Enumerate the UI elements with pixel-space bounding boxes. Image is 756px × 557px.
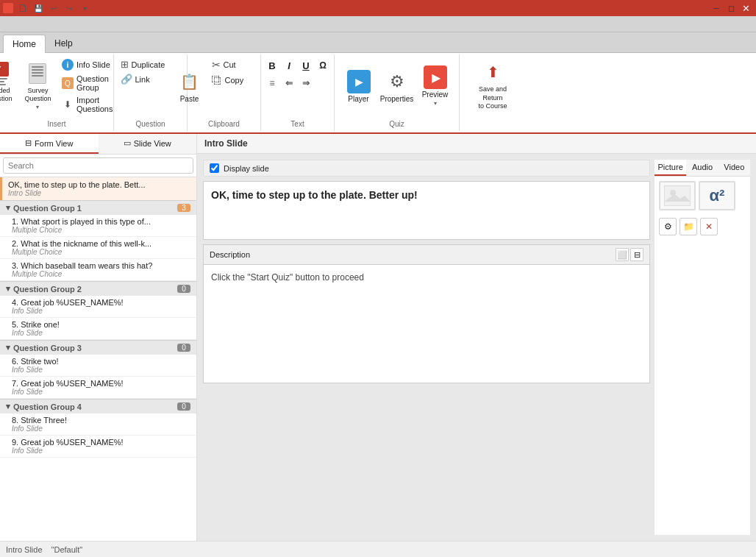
q9-title: 9. Great job %USER_NAME%! [12,438,190,447]
player-icon [347,70,371,93]
sidebar-question-3[interactable]: 3. Which baseball team wears this hat? M… [0,259,196,281]
formula-thumb[interactable]: α² [699,181,735,210]
ribbon-tabs: Home Help [0,32,756,53]
description-label: Description [210,250,250,259]
question-group-icon: Q [62,77,74,89]
paste-btn[interactable]: Paste [174,57,206,115]
save-return-icon: ⬆ [481,61,504,84]
desc-expand-btn[interactable]: ⬜ [616,248,629,261]
player-btn[interactable]: Player [340,57,377,115]
q2-title: 2. What is the nickname of this well-k..… [12,239,190,248]
sidebar-question-9[interactable]: 9. Great job %USER_NAME%! Info Slide [0,436,196,458]
survey-dropdown-icon: ▾ [36,104,39,110]
indent-btn[interactable]: ⇒ [298,75,314,91]
group-1-label-row: ▾ Question Group 1 [6,203,82,213]
italic-btn[interactable]: I [281,57,297,74]
main-header: Intro Slide [197,134,756,154]
sidebar-question-8[interactable]: 8. Strike Three! Info Slide [0,414,196,436]
q6-type: Info Slide [12,366,190,374]
q5-type: Info Slide [12,329,190,337]
tab-form-view[interactable]: ⊟ Form View [0,134,99,154]
sidebar-question-4[interactable]: 4. Great job %USER_NAME%! Info Slide [0,296,196,318]
ribbon: ✓ Graded Question ▾ [0,53,756,134]
group-4-name: Question Group 4 [13,402,82,411]
link-icon: 🔗 [121,74,132,85]
main-area: Intro Slide Display slide OK, time to st… [197,134,756,541]
restore-btn[interactable]: ◻ [724,0,738,16]
group-2-label-row: ▾ Question Group 2 [6,284,82,294]
display-slide-checkbox[interactable] [210,163,219,173]
q8-type: Info Slide [12,425,190,433]
preview-btn[interactable]: Preview ▾ [417,57,454,115]
description-text: Click the "Start Quiz" button to proceed [211,272,364,283]
alpha-symbol: α² [710,186,725,205]
quick-undo-btn[interactable]: ↩ [47,1,60,15]
svg-rect-0 [664,185,691,206]
sidebar-question-2[interactable]: 2. What is the nickname of this well-k..… [0,237,196,259]
slide-text: OK, time to step up to the plate. Better… [211,189,418,201]
underline-btn[interactable]: U [298,57,314,74]
sidebar-question-7[interactable]: 7. Great job %USER_NAME%! Info Slide [0,377,196,399]
graded-question-btn[interactable]: ✓ Graded Question ▾ [0,57,17,115]
media-content: α² ⚙ 📁 ✕ [655,177,750,535]
quick-new-btn[interactable]: 🗋 [16,1,29,15]
group-3-name: Question Group 3 [13,344,82,352]
quick-redo-btn[interactable]: ↪ [63,1,76,15]
display-slide-label: Display slide [224,164,269,173]
quiz-group-label: Quiz [335,120,459,128]
omega-btn[interactable]: Ω [315,57,331,74]
desc-collapse-btn[interactable]: ⊟ [630,248,643,261]
minimize-btn[interactable]: ─ [709,0,724,16]
q3-type: Multiple Choice [12,270,190,278]
properties-btn[interactable]: ⚙ Properties [379,57,416,115]
sidebar-question-5[interactable]: 5. Strike one! Info Slide [0,318,196,340]
close-btn[interactable]: ✕ [738,0,753,16]
bold-btn[interactable]: B [264,57,280,74]
q7-title: 7. Great job %USER_NAME%! [12,379,190,388]
search-input[interactable] [3,157,193,174]
tab-picture[interactable]: Picture [655,160,686,176]
title-bar: 🗋 💾 ↩ ↪ ▾ ─ ◻ ✕ [0,0,756,16]
save-return-btn[interactable]: ⬆ Save and Returnto Course [467,57,518,115]
survey-question-icon [26,62,49,85]
bullet-list-btn[interactable]: ≡ [264,75,280,91]
slide-view-icon: ▭ [124,138,131,148]
media-folder-btn[interactable]: 📁 [680,218,697,235]
ribbon-group-quiz: Player ⚙ Properties Preview ▾ Quiz [335,54,460,131]
tab-slide-view[interactable]: ▭ Slide View [99,134,197,154]
group-1-badge: 3 [177,204,190,212]
quick-more-btn[interactable]: ▾ [78,1,91,15]
group-header-1[interactable]: ▾ Question Group 1 3 [0,200,196,215]
selected-item-type: Intro Slide [8,189,190,197]
sidebar-question-6[interactable]: 6. Strike two! Info Slide [0,355,196,377]
quick-save-btn[interactable]: 💾 [32,1,45,15]
group-header-4[interactable]: ▾ Question Group 4 0 [0,399,196,414]
tab-video[interactable]: Video [718,160,750,176]
status-slide-type: Intro Slide [6,545,43,554]
q4-type: Info Slide [12,307,190,315]
insert-group-label: Insert [0,120,113,128]
description-content[interactable]: Click the "Start Quiz" button to proceed [204,265,649,383]
tab-home[interactable]: Home [3,35,46,53]
slide-text-area[interactable]: OK, time to step up to the plate. Better… [203,181,650,240]
tab-help[interactable]: Help [46,35,82,52]
view-tabs: ⊟ Form View ▭ Slide View [0,134,196,155]
survey-question-btn[interactable]: Survey Question ▾ [20,57,56,115]
image-thumb[interactable] [659,181,696,210]
tab-audio[interactable]: Audio [686,160,718,176]
group-4-badge: 0 [177,402,190,411]
sidebar: ⊟ Form View ▭ Slide View OK, time to ste… [0,134,197,541]
group-3-label-row: ▾ Question Group 3 [6,343,82,352]
sidebar-question-1[interactable]: 1. What sport is played in this type of.… [0,215,196,237]
app-icon [3,3,13,13]
selected-sidebar-item[interactable]: OK, time to step up to the plate. Bett..… [0,177,196,200]
outdent-btn[interactable]: ⇐ [281,75,297,91]
group-header-2[interactable]: ▾ Question Group 2 0 [0,281,196,296]
properties-icon: ⚙ [385,70,409,93]
q1-title: 1. What sport is played in this type of.… [12,217,190,226]
media-delete-btn[interactable]: ✕ [700,218,718,235]
group-1-collapse-icon: ▾ [6,203,10,213]
group-2-badge: 0 [177,285,190,293]
group-header-3[interactable]: ▾ Question Group 3 0 [0,340,196,355]
media-settings-btn[interactable]: ⚙ [659,218,677,235]
